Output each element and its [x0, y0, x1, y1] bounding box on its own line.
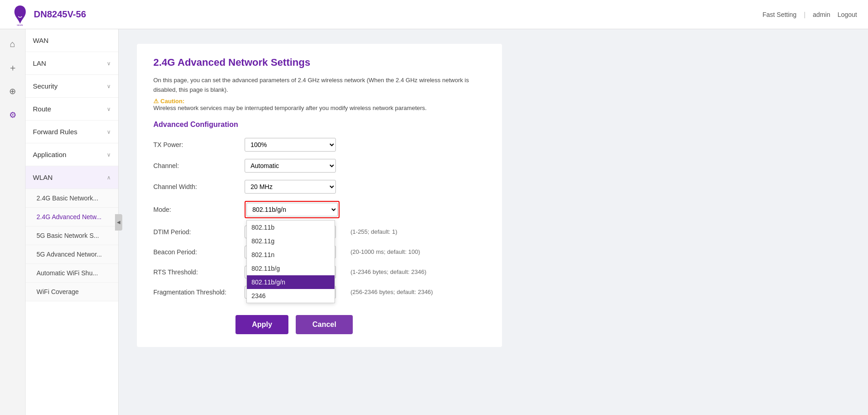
main-layout: ⌂ ＋ ⊕ ⚙ WAN LAN ∨ Security — [0, 29, 868, 415]
sidebar-item-wan-label: WAN — [33, 37, 48, 44]
mode-field-wrapper: 802.11b/g/n 802.11b 802.11g 802.11n 802.… — [245, 201, 345, 218]
submenu-item-2g-basic[interactable]: 2.4G Basic Network... — [26, 189, 118, 208]
sidebar-toggle-icon: ◀ — [117, 220, 120, 225]
mode-option-802-11n[interactable]: 802.11n — [247, 248, 335, 262]
beacon-period-label: Beacon Period: — [153, 248, 245, 256]
logo-icon: we — [11, 4, 29, 26]
chevron-up-icon: ∧ — [107, 174, 111, 181]
chevron-down-icon: ∨ — [107, 129, 111, 135]
sidebar-item-wlan[interactable]: WLAN ∧ — [26, 166, 118, 189]
channel-label: Channel: — [153, 162, 245, 169]
caution-icon: ⚠ Caution: — [153, 98, 184, 105]
mode-option-802-11bgn[interactable]: 802.11b/g/n — [247, 275, 335, 289]
mode-dropdown: 802.11b 802.11g 802.11n 802.11b/g 802.11… — [246, 220, 335, 303]
caution-text: Wireless network services may be interru… — [153, 105, 427, 111]
sidebar-inner: ⌂ ＋ ⊕ ⚙ WAN LAN ∨ Security — [0, 29, 118, 415]
content-card: 2.4G Advanced Network Settings On this p… — [137, 44, 502, 347]
frag-threshold-hint: (256-2346 bytes; default: 2346) — [345, 289, 486, 295]
sidebar-icon-home[interactable]: ⌂ — [2, 33, 24, 55]
sidebar-item-security-label: Security — [33, 82, 58, 90]
wlan-submenu: 2.4G Basic Network... 2.4G Advanced Netw… — [26, 189, 118, 301]
chevron-down-icon: ∨ — [107, 106, 111, 112]
chevron-down-icon: ∨ — [107, 83, 111, 89]
sidebar-item-lan-label: LAN — [33, 59, 46, 67]
sidebar-item-wlan-label: WLAN — [33, 173, 52, 181]
header-right: Fast Setting | admin Logout — [763, 11, 857, 18]
sidebar-item-route-label: Route — [33, 105, 51, 113]
mode-select[interactable]: 802.11b/g/n — [246, 203, 338, 216]
tx-power-label: TX Power: — [153, 141, 245, 148]
dtim-period-hint: (1-255; default: 1) — [345, 228, 486, 235]
sidebar-icon-globe[interactable]: ⊕ — [2, 80, 24, 102]
tx-power-select[interactable]: 100% 75% 50% 25% — [245, 138, 336, 152]
form-grid: TX Power: 100% 75% 50% 25% Channel: Auto… — [153, 138, 486, 299]
mode-label: Mode: — [153, 206, 245, 213]
submenu-item-auto-wifi[interactable]: Automatic WiFi Shu... — [26, 264, 118, 283]
content-area: 2.4G Advanced Network Settings On this p… — [119, 29, 868, 415]
mode-select-highlighted: 802.11b/g/n — [245, 201, 340, 218]
mode-option-802-11bg[interactable]: 802.11b/g — [247, 262, 335, 275]
mode-option-802-11b[interactable]: 802.11b — [247, 221, 335, 234]
sidebar-item-forward-rules-label: Forward Rules — [33, 128, 78, 136]
page-description: On this page, you can set the advanced p… — [153, 76, 486, 95]
sidebar-icon-gear[interactable]: ⚙ — [2, 104, 24, 126]
frag-threshold-label: Fragmentation Threshold: — [153, 289, 245, 296]
page-caution: ⚠ Caution: Wireless network services may… — [153, 98, 486, 111]
cancel-button[interactable]: Cancel — [296, 315, 352, 334]
submenu-item-2g-advanced[interactable]: 2.4G Advanced Netw... — [26, 208, 118, 226]
logout-link[interactable]: Logout — [837, 11, 857, 18]
header-divider: | — [804, 11, 805, 18]
rts-threshold-hint: (1-2346 bytes; default: 2346) — [345, 268, 486, 275]
sidebar-item-security[interactable]: Security ∨ — [26, 75, 118, 98]
dtim-period-label: DTIM Period: — [153, 228, 245, 236]
mode-option-2346[interactable]: 2346 — [247, 289, 335, 303]
sidebar: ⌂ ＋ ⊕ ⚙ WAN LAN ∨ Security — [0, 29, 119, 415]
beacon-period-hint: (20-1000 ms; default: 100) — [345, 248, 486, 255]
header: we DN8245V-56 Fast Setting | admin Logou… — [0, 0, 868, 29]
mode-option-802-11g[interactable]: 802.11g — [247, 234, 335, 248]
apply-button[interactable]: Apply — [235, 315, 288, 334]
chevron-down-icon: ∨ — [107, 60, 111, 67]
section-title: Advanced Configuration — [153, 121, 486, 129]
admin-link[interactable]: admin — [813, 11, 830, 18]
sidebar-item-application[interactable]: Application ∨ — [26, 143, 118, 166]
buttons-row: Apply Cancel — [235, 315, 486, 334]
sidebar-item-forward-rules[interactable]: Forward Rules ∨ — [26, 121, 118, 143]
sidebar-menu: WAN LAN ∨ Security ∨ Route ∨ — [26, 29, 118, 415]
channel-select[interactable]: Automatic 123 — [245, 159, 336, 173]
submenu-item-wifi-coverage[interactable]: WiFi Coverage — [26, 283, 118, 301]
logo-area: we DN8245V-56 — [11, 4, 86, 26]
channel-width-label: Channel Width: — [153, 183, 245, 190]
page-title: 2.4G Advanced Network Settings — [153, 57, 486, 68]
submenu-item-5g-advanced[interactable]: 5G Advanced Networ... — [26, 245, 118, 264]
sidebar-wrapper: ⌂ ＋ ⊕ ⚙ WAN LAN ∨ Security — [0, 29, 119, 415]
sidebar-item-route[interactable]: Route ∨ — [26, 98, 118, 121]
svg-text:we: we — [16, 23, 23, 26]
sidebar-icon-plus[interactable]: ＋ — [2, 57, 24, 79]
rts-threshold-label: RTS Threshold: — [153, 268, 245, 276]
device-name: DN8245V-56 — [34, 9, 86, 20]
fast-setting-link[interactable]: Fast Setting — [763, 11, 797, 18]
sidebar-item-lan[interactable]: LAN ∨ — [26, 52, 118, 75]
submenu-item-5g-basic[interactable]: 5G Basic Network S... — [26, 226, 118, 245]
channel-width-select[interactable]: 20 MHz 40 MHz — [245, 180, 336, 194]
sidebar-item-wan[interactable]: WAN — [26, 29, 118, 52]
sidebar-toggle-button[interactable]: ◀ — [115, 214, 122, 231]
chevron-down-icon: ∨ — [107, 152, 111, 158]
sidebar-icons: ⌂ ＋ ⊕ ⚙ — [0, 29, 26, 415]
sidebar-item-application-label: Application — [33, 151, 66, 158]
